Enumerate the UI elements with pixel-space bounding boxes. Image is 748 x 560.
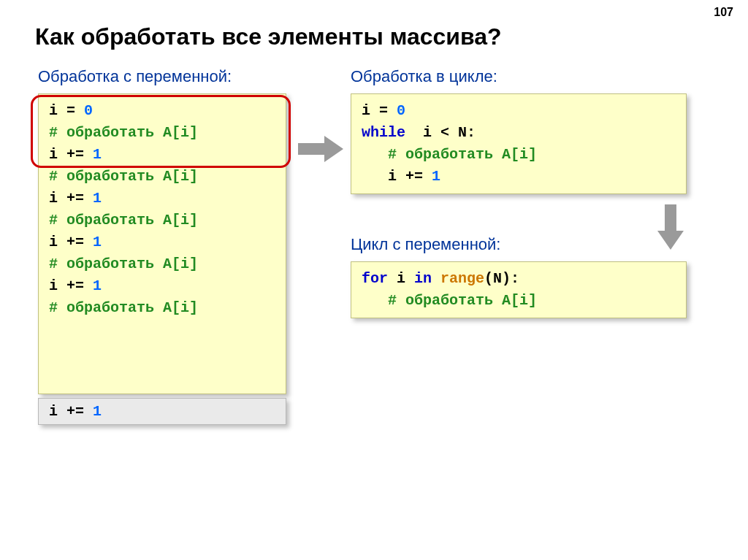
code-line: # обработать A[i]: [362, 144, 676, 166]
code-line: for i in range(N):: [362, 268, 676, 290]
code-line: i = 0: [362, 100, 676, 122]
code-line: # обработать A[i]: [49, 122, 275, 144]
code-line: i += 1: [49, 188, 275, 210]
subtitle-loop: Обработка в цикле:: [351, 67, 497, 86]
code-line: i += 1: [362, 166, 676, 188]
code-box-while: i = 0 while i < N: # обработать A[i] i +…: [351, 93, 687, 194]
svg-marker-1: [657, 204, 684, 250]
code-line: # обработать A[i]: [49, 166, 275, 188]
arrow-down-icon: [657, 204, 684, 250]
code-line: while i < N:: [362, 122, 676, 144]
code-line: i += 1: [49, 231, 275, 253]
code-line: # обработать A[i]: [362, 290, 676, 312]
code-line: i += 1: [49, 144, 275, 166]
code-line: # обработать A[i]: [49, 253, 275, 275]
code-box-variable: i = 0 # обработать A[i] i += 1 # обработ…: [38, 93, 286, 394]
subtitle-for-loop: Цикл с переменной:: [351, 235, 500, 254]
svg-marker-0: [298, 136, 343, 162]
page-number: 107: [714, 6, 733, 19]
code-line: # обработать A[i]: [49, 297, 275, 319]
code-box-grey: i += 1: [38, 398, 286, 425]
code-line: i = 0: [49, 100, 275, 122]
code-line: i += 1: [49, 275, 275, 297]
page-title: Как обработать все элементы массива?: [35, 23, 502, 50]
code-number: 1: [93, 403, 102, 420]
subtitle-variable: Обработка с переменной:: [38, 67, 232, 86]
code-box-for: for i in range(N): # обработать A[i]: [351, 261, 687, 318]
code-text: i +=: [49, 403, 93, 420]
arrow-right-icon: [298, 136, 343, 162]
code-line: # обработать A[i]: [49, 210, 275, 231]
